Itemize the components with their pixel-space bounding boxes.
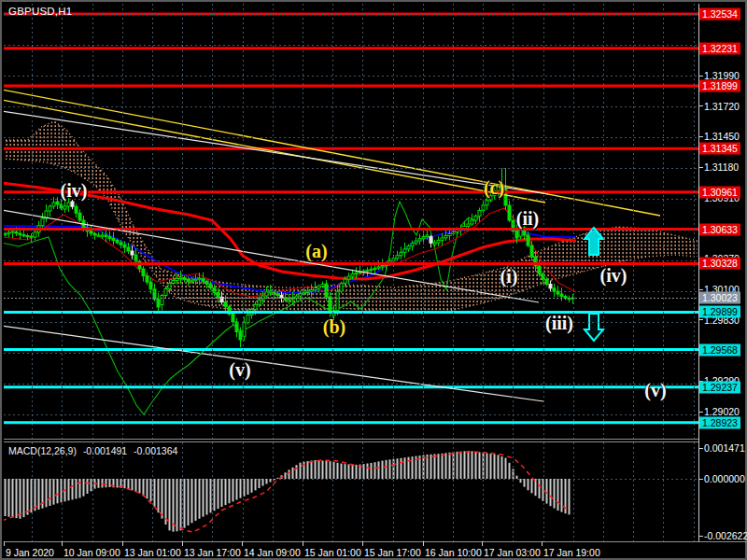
time-label: 13 Jan 17:00 [184,547,241,558]
time-tick [62,541,63,546]
price-label: 1.29020 [704,406,740,417]
support-price-badge: 1.28923 [699,416,740,428]
wave-label[interactable]: (i) [500,266,518,287]
time-tick [122,541,123,546]
resistance-price-badge: 1.30328 [699,258,740,270]
price-tick [698,167,703,168]
price-tick [698,289,703,290]
support-price-badge: 1.29899 [699,306,740,318]
macd-panel [2,451,698,532]
resistance-price-badge: 1.32534 [699,8,740,21]
support-price-badge: 1.29237 [699,381,740,393]
macd-tick [698,536,703,537]
price-tick [698,136,703,137]
time-label: 13 Jan 01:00 [124,547,181,558]
time-tick [4,541,5,546]
down-arrow[interactable] [585,314,603,341]
wave-label[interactable]: (c) [484,177,504,199]
time-tick [182,541,183,546]
time-label: 15 Jan 17:00 [364,547,421,558]
price-tick [698,105,703,106]
time-axis-separator [4,541,747,542]
macd-tick [698,479,703,480]
time-tick [423,541,424,546]
bid-price-badge: 1.30023 [699,292,740,304]
macd-name: MACD(12,26,9) [8,445,77,456]
macd-tick [698,448,703,449]
macd-histogram [6,451,570,532]
time-tick [542,541,543,546]
wave-label[interactable]: (a) [305,241,327,262]
wave-label[interactable]: (ii) [516,208,539,230]
time-label: 10 Jan 09:00 [63,547,120,558]
resistance-price-badge: 1.31345 [699,143,740,155]
time-label: 9 Jan 2020 [6,547,54,558]
resistance-price-badge: 1.30633 [699,223,740,235]
macd-main-value: -0.001491 [83,445,127,456]
chart-title: GBPUSD,H1 [8,6,72,17]
resistance-price-badge: 1.30961 [699,186,740,198]
price-tick [698,412,703,413]
time-label: 16 Jan 10:00 [425,547,482,558]
wave-label[interactable]: (iv) [600,265,627,287]
wave-label[interactable]: (v) [229,359,250,381]
time-tick [242,541,243,546]
wave-label[interactable]: (iv) [61,180,88,202]
price-tick [698,319,703,320]
chart-canvas[interactable] [2,2,747,560]
resistance-price-badge: 1.32231 [699,42,740,54]
macd-axis-label: -0.002622 [704,530,747,541]
time-tick [482,541,483,546]
panel-splitter[interactable] [4,439,698,442]
time-tick [362,541,363,546]
price-label: 1.31450 [704,131,740,142]
grid [4,4,698,541]
price-label: 1.31720 [704,101,740,112]
time-tick [303,541,303,546]
macd-axis-label: 0.000000 [704,473,745,484]
main-chart-panel [2,14,698,423]
wave-label[interactable]: (b) [323,316,345,338]
support-price-badge: 1.29568 [699,343,740,356]
chart-window: GBPUSD,H1 MACD(12,26,9) -0.001491 -0.001… [0,0,747,560]
price-label: 1.31180 [704,161,739,173]
time-label: 15 Jan 01:00 [304,547,361,558]
macd-indicator-label: MACD(12,26,9) -0.001491 -0.001364 [8,445,181,456]
wave-label[interactable]: (v) [644,380,666,401]
macd-signal-value: -0.001364 [134,445,177,456]
time-label: 17 Jan 19:00 [543,547,600,558]
time-label: 14 Jan 09:00 [244,547,301,558]
macd-axis-label: 0.001471 [704,442,745,454]
price-tick [698,76,703,77]
time-label: 17 Jan 03:00 [484,547,541,558]
wave-label[interactable]: (iii) [545,313,573,334]
resistance-price-badge: 1.31899 [699,80,740,92]
